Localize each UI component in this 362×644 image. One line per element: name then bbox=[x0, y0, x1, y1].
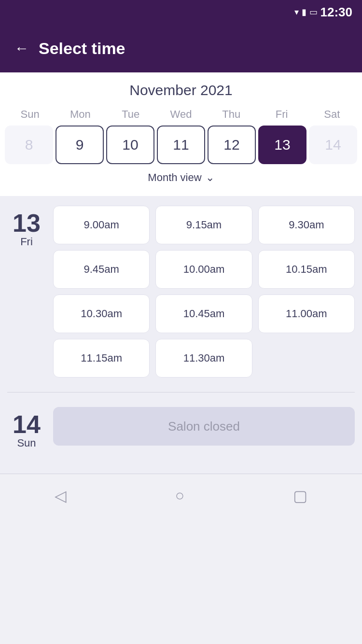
back-button[interactable]: ← bbox=[14, 41, 29, 56]
weekday-sat: Sat bbox=[307, 108, 357, 121]
wifi-icon: ▾ bbox=[294, 7, 299, 17]
salon-closed-message: Salon closed bbox=[53, 407, 355, 446]
header: ← Select time bbox=[0, 24, 362, 72]
nav-home-icon[interactable]: ○ bbox=[175, 487, 184, 504]
weekday-sun: Sun bbox=[5, 108, 55, 121]
time-slot-1015[interactable]: 10.15am bbox=[258, 250, 355, 289]
time-grid-13: 9.00am 9.15am 9.30am 9.45am 10.00am 10.1… bbox=[53, 206, 355, 378]
weekday-row: Sun Mon Tue Wed Thu Fri Sat bbox=[0, 108, 362, 121]
time-slot-1130[interactable]: 11.30am bbox=[155, 339, 252, 378]
day-divider bbox=[7, 392, 355, 392]
page-title: Select time bbox=[39, 39, 125, 58]
date-11[interactable]: 11 bbox=[157, 126, 205, 164]
time-slot-1045[interactable]: 10.45am bbox=[155, 294, 252, 333]
month-view-toggle[interactable]: Month view ⌄ bbox=[0, 164, 362, 191]
date-10[interactable]: 10 bbox=[106, 126, 154, 164]
dates-row: 8 9 10 11 12 13 14 bbox=[0, 126, 362, 164]
day-label-14: 14 Sun bbox=[7, 407, 46, 449]
time-slot-1100[interactable]: 11.00am bbox=[258, 294, 355, 333]
month-year-label: November 2021 bbox=[0, 82, 362, 98]
time-slot-1030[interactable]: 10.30am bbox=[53, 294, 150, 333]
weekday-fri: Fri bbox=[256, 108, 306, 121]
day-number-14: 14 bbox=[13, 412, 41, 437]
time-slot-1115[interactable]: 11.15am bbox=[53, 339, 150, 378]
status-time: 12:30 bbox=[320, 5, 353, 20]
nav-recent-icon[interactable]: ▢ bbox=[293, 487, 307, 505]
battery-icon: ▭ bbox=[309, 7, 318, 17]
month-view-label: Month view bbox=[148, 171, 201, 184]
day-label-13: 13 Fri bbox=[7, 206, 46, 378]
status-bar: ▾ ▮ ▭ 12:30 bbox=[0, 0, 362, 24]
signal-icon: ▮ bbox=[302, 7, 306, 17]
chevron-down-icon: ⌄ bbox=[206, 171, 214, 184]
time-slot-930[interactable]: 9.30am bbox=[258, 206, 355, 244]
nav-bar: ◁ ○ ▢ bbox=[0, 474, 362, 522]
weekday-thu: Thu bbox=[206, 108, 256, 121]
time-slot-915[interactable]: 9.15am bbox=[155, 206, 252, 244]
day-name-14: Sun bbox=[17, 437, 36, 449]
day-name-13: Fri bbox=[20, 236, 33, 248]
time-slot-945[interactable]: 9.45am bbox=[53, 250, 150, 289]
calendar-section: November 2021 Sun Mon Tue Wed Thu Fri Sa… bbox=[0, 72, 362, 196]
day-block-13: 13 Fri 9.00am 9.15am 9.30am 9.45am 10.00… bbox=[7, 206, 355, 378]
date-8[interactable]: 8 bbox=[5, 126, 53, 164]
time-slot-1000[interactable]: 10.00am bbox=[155, 250, 252, 289]
time-slot-900[interactable]: 9.00am bbox=[53, 206, 150, 244]
date-14[interactable]: 14 bbox=[309, 126, 357, 164]
weekday-wed: Wed bbox=[156, 108, 206, 121]
date-9[interactable]: 9 bbox=[56, 126, 104, 164]
nav-back-icon[interactable]: ◁ bbox=[55, 487, 67, 505]
day-block-14: 14 Sun Salon closed bbox=[7, 407, 355, 449]
date-13[interactable]: 13 bbox=[258, 126, 306, 164]
date-12[interactable]: 12 bbox=[208, 126, 256, 164]
weekday-mon: Mon bbox=[55, 108, 105, 121]
slots-section: 13 Fri 9.00am 9.15am 9.30am 9.45am 10.00… bbox=[0, 196, 362, 474]
weekday-tue: Tue bbox=[106, 108, 156, 121]
day-number-13: 13 bbox=[13, 210, 41, 236]
status-icons: ▾ ▮ ▭ 12:30 bbox=[294, 5, 353, 20]
